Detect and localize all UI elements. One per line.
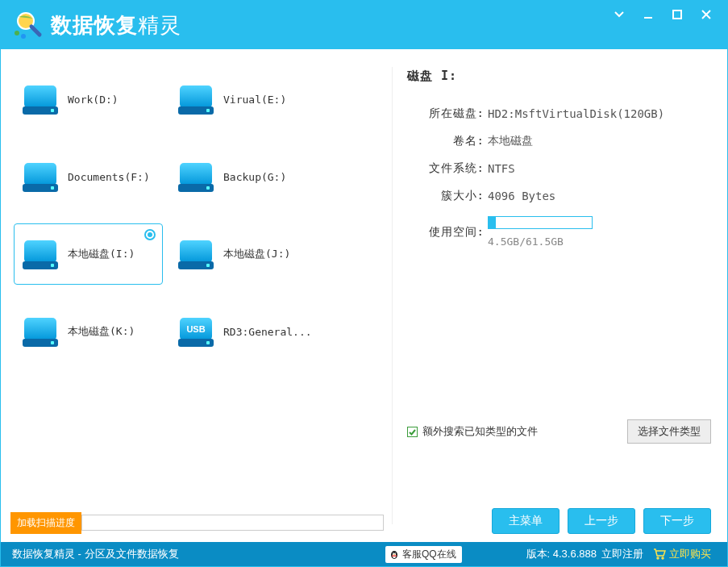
app-logo: 数据恢复精灵 bbox=[12, 9, 181, 41]
label-volume: 卷名: bbox=[407, 134, 488, 148]
value-volume: 本地磁盘 bbox=[488, 134, 711, 148]
drive-item-2[interactable]: Documents(F:) bbox=[14, 146, 163, 207]
logo-icon bbox=[12, 9, 44, 41]
maximize-button[interactable] bbox=[663, 2, 692, 27]
drive-label: 本地磁盘(K:) bbox=[68, 324, 135, 339]
version-label: 版本: 4.3.6.888 bbox=[526, 547, 597, 561]
progress-row: 加载扫描进度 bbox=[10, 511, 384, 534]
progress-bar bbox=[81, 515, 384, 531]
minimize-button[interactable] bbox=[634, 2, 663, 27]
footer-status: 数据恢复精灵 - 分区及文件数据恢复 bbox=[12, 547, 179, 561]
svg-rect-14 bbox=[24, 163, 56, 186]
svg-rect-10 bbox=[51, 109, 54, 112]
cart-icon bbox=[653, 548, 666, 560]
svg-rect-28 bbox=[51, 341, 54, 344]
value-fs: NTFS bbox=[488, 162, 711, 175]
usage-bar bbox=[488, 216, 593, 229]
label-fs: 文件系统: bbox=[407, 161, 488, 176]
details-panel: 磁盘 I: 所在磁盘: HD2:MsftVirtualDisk(120GB) 卷… bbox=[393, 49, 727, 542]
dropdown-icon[interactable] bbox=[605, 2, 634, 27]
svg-rect-13 bbox=[206, 109, 210, 112]
hdd-icon bbox=[177, 237, 215, 271]
svg-rect-26 bbox=[24, 318, 56, 340]
buy-link[interactable]: 立即购买 bbox=[653, 547, 711, 561]
hdd-icon bbox=[177, 82, 215, 116]
prev-button[interactable]: 上一步 bbox=[568, 508, 635, 534]
drive-item-1[interactable]: Virual(E:) bbox=[169, 69, 318, 130]
svg-point-2 bbox=[15, 31, 19, 35]
hdd-icon bbox=[177, 160, 215, 194]
label-cluster: 簇大小: bbox=[407, 189, 488, 203]
label-disk: 所在磁盘: bbox=[407, 106, 488, 121]
content: Work(D:)Virual(E:)Documents(F:)Backup(G:… bbox=[1, 49, 727, 542]
hdd-icon bbox=[21, 237, 60, 271]
svg-rect-17 bbox=[180, 163, 212, 186]
svg-rect-38 bbox=[392, 556, 397, 557]
select-file-type-button[interactable]: 选择文件类型 bbox=[627, 419, 711, 444]
app-title: 数据恢复精灵 bbox=[51, 11, 181, 40]
svg-point-37 bbox=[393, 554, 395, 555]
drive-label: Backup(G:) bbox=[223, 171, 286, 183]
drive-grid: Work(D:)Virual(E:)Documents(F:)Backup(G:… bbox=[10, 65, 384, 508]
drive-item-7[interactable]: USBRD3:General... bbox=[169, 301, 318, 362]
drive-list-panel: Work(D:)Virual(E:)Documents(F:)Backup(G:… bbox=[1, 49, 392, 542]
penguin-icon bbox=[389, 548, 400, 560]
drive-item-4[interactable]: 本地磁盘(I:) bbox=[14, 223, 163, 285]
value-usage: 4.5GB/61.5GB bbox=[488, 216, 711, 248]
check-icon bbox=[407, 427, 418, 437]
register-link[interactable]: 立即注册 bbox=[601, 547, 643, 561]
svg-rect-25 bbox=[206, 264, 210, 267]
qq-support-badge[interactable]: 客服QQ在线 bbox=[385, 546, 462, 563]
svg-line-1 bbox=[31, 27, 40, 35]
usb-icon: USB bbox=[177, 315, 215, 348]
drive-item-0[interactable]: Work(D:) bbox=[14, 69, 163, 130]
extra-search-checkbox[interactable]: 额外搜索已知类型的文件 bbox=[407, 424, 538, 439]
drive-item-5[interactable]: 本地磁盘(J:) bbox=[169, 223, 318, 285]
value-cluster: 4096 Bytes bbox=[488, 190, 711, 202]
nav-buttons: 主菜单 上一步 下一步 bbox=[407, 508, 711, 534]
hdd-icon bbox=[21, 315, 60, 348]
hdd-icon bbox=[21, 82, 60, 116]
drive-label: Work(D:) bbox=[68, 94, 119, 106]
svg-rect-23 bbox=[180, 240, 212, 263]
titlebar: 数据恢复精灵 bbox=[1, 1, 727, 49]
svg-rect-16 bbox=[51, 186, 54, 190]
svg-point-35 bbox=[393, 552, 393, 553]
svg-rect-20 bbox=[24, 240, 56, 263]
drive-item-6[interactable]: 本地磁盘(K:) bbox=[14, 301, 163, 362]
svg-rect-32 bbox=[206, 341, 210, 344]
value-disk: HD2:MsftVirtualDisk(120GB) bbox=[488, 107, 711, 120]
svg-point-36 bbox=[394, 552, 395, 553]
svg-rect-11 bbox=[180, 85, 212, 108]
next-button[interactable]: 下一步 bbox=[643, 508, 711, 534]
svg-text:USB: USB bbox=[186, 324, 205, 334]
svg-rect-5 bbox=[673, 10, 681, 19]
hdd-icon bbox=[21, 160, 60, 194]
drive-label: Documents(F:) bbox=[68, 171, 150, 183]
svg-rect-22 bbox=[51, 264, 54, 267]
label-usage: 使用空间: bbox=[407, 225, 488, 240]
usage-text: 4.5GB/61.5GB bbox=[488, 236, 711, 248]
main-menu-button[interactable]: 主菜单 bbox=[492, 508, 560, 534]
svg-point-40 bbox=[662, 557, 664, 559]
info-table: 所在磁盘: HD2:MsftVirtualDisk(120GB) 卷名: 本地磁… bbox=[407, 106, 711, 248]
disk-heading: 磁盘 I: bbox=[407, 69, 711, 84]
svg-point-39 bbox=[657, 557, 659, 559]
load-progress-button[interactable]: 加载扫描进度 bbox=[10, 512, 81, 534]
drive-label: RD3:General... bbox=[223, 326, 312, 338]
drive-label: 本地磁盘(J:) bbox=[223, 247, 290, 261]
close-button[interactable] bbox=[692, 2, 721, 27]
selected-indicator-icon bbox=[144, 229, 156, 240]
footer: 数据恢复精灵 - 分区及文件数据恢复 客服QQ在线 版本: 4.3.6.888 … bbox=[1, 542, 727, 566]
drive-label: 本地磁盘(I:) bbox=[68, 247, 135, 261]
svg-point-3 bbox=[21, 34, 26, 39]
extra-search-label: 额外搜索已知类型的文件 bbox=[422, 424, 538, 439]
file-type-row: 额外搜索已知类型的文件 选择文件类型 bbox=[407, 419, 711, 444]
svg-rect-19 bbox=[206, 186, 210, 190]
drive-item-3[interactable]: Backup(G:) bbox=[169, 146, 318, 207]
drive-label: Virual(E:) bbox=[223, 94, 286, 106]
svg-rect-8 bbox=[24, 85, 56, 108]
